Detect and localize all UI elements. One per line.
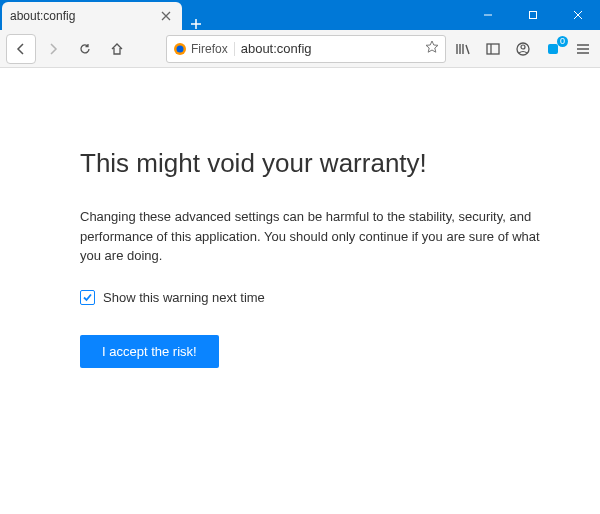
svg-rect-0 <box>529 12 536 19</box>
url-text: about:config <box>241 41 419 56</box>
address-bar[interactable]: Firefox about:config <box>166 35 446 63</box>
page-heading: This might void your warranty! <box>80 148 540 179</box>
browser-tab[interactable]: about:config <box>2 2 182 30</box>
extension-badge: 0 <box>557 36 568 47</box>
forward-button <box>38 34 68 64</box>
show-warning-label: Show this warning next time <box>103 290 265 305</box>
bookmark-star-icon[interactable] <box>425 40 439 57</box>
reload-button[interactable] <box>70 34 100 64</box>
show-warning-row: Show this warning next time <box>80 290 540 305</box>
library-button[interactable] <box>452 38 474 60</box>
warning-page: This might void your warranty! Changing … <box>0 68 600 368</box>
svg-rect-6 <box>548 44 558 54</box>
close-window-button[interactable] <box>555 0 600 30</box>
close-tab-icon[interactable] <box>158 8 174 24</box>
sidebar-button[interactable] <box>482 38 504 60</box>
show-warning-checkbox[interactable] <box>80 290 95 305</box>
identity-label: Firefox <box>191 42 228 56</box>
back-button[interactable] <box>6 34 36 64</box>
navigation-toolbar: Firefox about:config 0 <box>0 30 600 68</box>
window-titlebar: about:config <box>0 0 600 30</box>
account-button[interactable] <box>512 38 534 60</box>
maximize-button[interactable] <box>510 0 555 30</box>
window-controls <box>465 0 600 30</box>
menu-button[interactable] <box>572 38 594 60</box>
svg-point-2 <box>177 45 184 52</box>
extension-button[interactable]: 0 <box>542 38 564 60</box>
home-button[interactable] <box>102 34 132 64</box>
accept-risk-button[interactable]: I accept the risk! <box>80 335 219 368</box>
identity-box[interactable]: Firefox <box>173 42 235 56</box>
warning-text: Changing these advanced settings can be … <box>80 207 540 266</box>
new-tab-button[interactable] <box>182 18 210 30</box>
svg-point-5 <box>521 45 525 49</box>
firefox-icon <box>173 42 187 56</box>
minimize-button[interactable] <box>465 0 510 30</box>
tab-strip: about:config <box>0 0 465 30</box>
tab-title: about:config <box>10 9 158 23</box>
svg-rect-3 <box>487 44 499 54</box>
